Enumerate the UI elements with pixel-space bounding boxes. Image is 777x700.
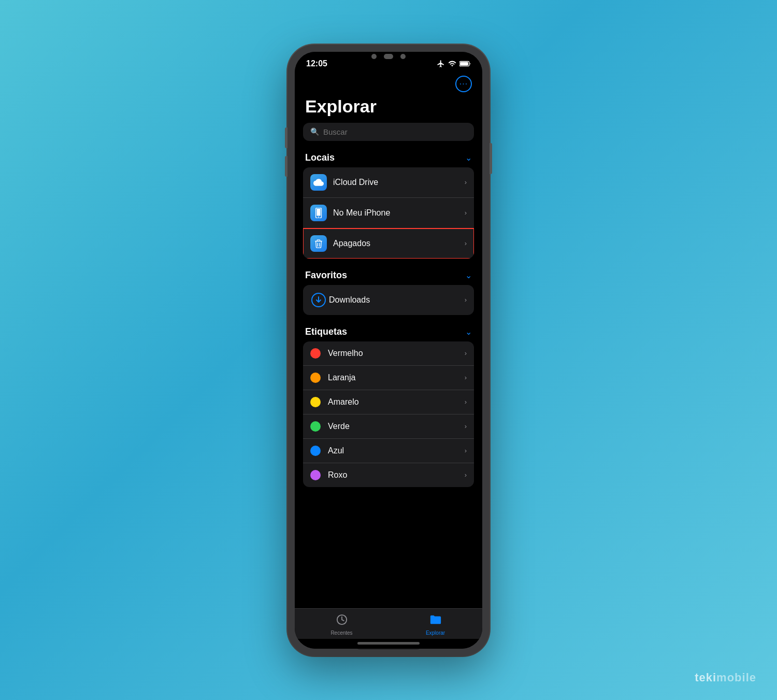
trash-icon <box>310 235 327 252</box>
status-time: 12:05 <box>306 59 327 68</box>
icloud-label: iCloud Drive <box>333 178 465 187</box>
color-dot-verde <box>310 421 321 432</box>
azul-chevron-icon: › <box>465 447 467 454</box>
roxo-chevron-icon: › <box>465 471 467 479</box>
locais-section-header: Locais ⌄ <box>303 150 474 167</box>
list-item-verde[interactable]: Verde › <box>303 415 474 439</box>
amarelo-chevron-icon: › <box>465 398 467 406</box>
favoritos-chevron-icon[interactable]: ⌄ <box>465 270 472 280</box>
watermark: tekimobile <box>695 671 756 684</box>
locais-title: Locais <box>305 152 335 163</box>
icloud-icon <box>310 174 327 191</box>
top-action-area: ··· <box>303 72 474 94</box>
volume-up-button <box>285 127 287 148</box>
camera-dot-left <box>371 54 377 59</box>
svg-rect-3 <box>316 208 320 216</box>
azul-label: Azul <box>328 446 465 455</box>
etiquetas-chevron-icon[interactable]: ⌄ <box>465 327 472 337</box>
camera-speaker <box>384 54 393 59</box>
tab-bar: Recentes Explorar <box>295 608 482 639</box>
laranja-chevron-icon: › <box>465 374 467 381</box>
volume-down-button <box>285 156 287 177</box>
verde-chevron-icon: › <box>465 422 467 430</box>
page-title: Explorar <box>303 94 474 123</box>
battery-icon <box>459 61 471 67</box>
color-dot-laranja <box>310 373 321 383</box>
phone-camera <box>371 54 406 59</box>
etiquetas-section-header: Etiquetas ⌄ <box>303 324 474 341</box>
color-dot-azul <box>310 446 321 456</box>
list-item-laranja[interactable]: Laranja › <box>303 366 474 390</box>
airplane-icon <box>437 60 445 68</box>
watermark-accent: mobile <box>716 671 756 684</box>
list-item-roxo[interactable]: Roxo › <box>303 463 474 487</box>
phone-screen: 12:05 ··· Explorar 🔍 <box>295 52 482 649</box>
list-item-amarelo[interactable]: Amarelo › <box>303 390 474 415</box>
list-item-iphone[interactable]: No Meu iPhone › <box>303 198 474 228</box>
icloud-chevron-icon: › <box>465 178 467 186</box>
recentes-label: Recentes <box>330 630 352 636</box>
explorar-label: Explorar <box>426 630 445 636</box>
svg-rect-1 <box>460 62 468 65</box>
downloads-icon <box>310 292 327 308</box>
color-dot-vermelho <box>310 348 321 359</box>
phone-shell: 12:05 ··· Explorar 🔍 <box>287 45 490 656</box>
explorar-icon <box>429 614 442 628</box>
tab-recentes[interactable]: Recentes <box>295 614 388 636</box>
iphone-chevron-icon: › <box>465 209 467 217</box>
home-bar <box>357 642 420 645</box>
wifi-icon <box>448 60 456 68</box>
apagados-label: Apagados <box>333 239 465 248</box>
status-icons <box>437 60 471 68</box>
home-indicator <box>295 639 482 649</box>
list-item-icloud[interactable]: iCloud Drive › <box>303 167 474 198</box>
list-item-downloads[interactable]: Downloads › <box>303 285 474 315</box>
list-item-apagados[interactable]: Apagados › <box>303 228 474 259</box>
etiquetas-list: Vermelho › Laranja › Amarelo › <box>303 341 474 487</box>
favoritos-section-header: Favoritos ⌄ <box>303 268 474 285</box>
verde-label: Verde <box>328 422 465 431</box>
recentes-icon <box>336 614 348 628</box>
ellipsis-icon: ··· <box>459 80 468 88</box>
ellipsis-button[interactable]: ··· <box>455 76 472 92</box>
locais-chevron-icon[interactable]: ⌄ <box>465 153 472 163</box>
favoritos-title: Favoritos <box>305 270 347 281</box>
iphone-device-icon <box>310 205 327 221</box>
iphone-label: No Meu iPhone <box>333 208 465 218</box>
list-item-vermelho[interactable]: Vermelho › <box>303 341 474 366</box>
search-icon: 🔍 <box>310 127 319 136</box>
list-item-azul[interactable]: Azul › <box>303 439 474 463</box>
search-input[interactable] <box>323 127 467 136</box>
favoritos-list: Downloads › <box>303 285 474 315</box>
laranja-label: Laranja <box>328 373 465 382</box>
amarelo-label: Amarelo <box>328 397 465 407</box>
downloads-label: Downloads <box>329 295 465 305</box>
etiquetas-title: Etiquetas <box>305 326 347 337</box>
vermelho-chevron-icon: › <box>465 349 467 357</box>
downloads-chevron-icon: › <box>465 296 467 304</box>
color-dot-roxo <box>310 470 321 480</box>
power-button <box>490 143 492 174</box>
tab-explorar[interactable]: Explorar <box>388 614 482 636</box>
color-dot-amarelo <box>310 397 321 407</box>
roxo-label: Roxo <box>328 470 465 480</box>
search-bar[interactable]: 🔍 <box>303 123 474 141</box>
svg-point-4 <box>318 216 319 217</box>
vermelho-label: Vermelho <box>328 349 465 358</box>
camera-dot-right <box>400 54 406 59</box>
content-area: ··· Explorar 🔍 Locais ⌄ <box>295 72 482 608</box>
apagados-chevron-icon: › <box>465 239 467 247</box>
locais-list: iCloud Drive › No Meu iPhone › <box>303 167 474 259</box>
